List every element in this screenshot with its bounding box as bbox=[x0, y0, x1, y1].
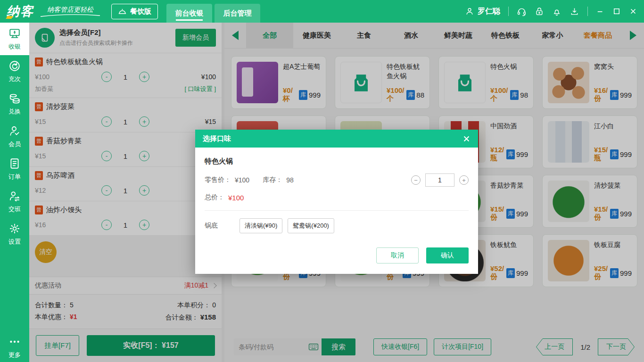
modal-footer: 取消 确认 bbox=[205, 247, 469, 263]
topbar-right: 罗仁聪 bbox=[465, 7, 637, 16]
top-tabs: 前台收银后台管理 bbox=[166, 4, 260, 23]
pot-base-label: 锅底 bbox=[205, 222, 239, 230]
cloche-icon bbox=[118, 8, 127, 15]
notifications-button[interactable] bbox=[552, 7, 561, 16]
modal-total-value: ¥100 bbox=[228, 194, 244, 202]
flavor-options: 清淡锅(¥90)鸳鸯锅(¥200) bbox=[239, 218, 334, 233]
cashier-icon bbox=[8, 27, 21, 41]
modal-product-name: 特色火锅 bbox=[205, 157, 469, 166]
minimize-icon bbox=[596, 7, 604, 16]
sidebar-item-label: 更多 bbox=[8, 351, 21, 359]
exchange-icon bbox=[8, 92, 21, 106]
app-slogan: 纳客管店更轻松 bbox=[40, 6, 101, 17]
order-icon bbox=[8, 157, 21, 171]
slogan-swoosh-icon bbox=[40, 14, 101, 17]
shift-icon bbox=[8, 190, 21, 204]
sidebar-item-label: 充次 bbox=[8, 75, 21, 83]
pos-app: 纳客 纳客管店更轻松 餐饮版 前台收银后台管理 罗仁聪 bbox=[0, 0, 644, 362]
maximize-button[interactable] bbox=[612, 7, 621, 16]
divider bbox=[205, 210, 469, 211]
flavor-modal: 选择口味 特色火锅 零售价：¥100 库存：98 − + 总价： ¥100 bbox=[195, 130, 478, 274]
sidebar-item-label: 交班 bbox=[8, 205, 21, 214]
more-icon bbox=[8, 336, 21, 349]
modal-header: 选择口味 bbox=[195, 130, 478, 148]
maximize-icon bbox=[612, 7, 621, 16]
member-icon bbox=[8, 125, 21, 139]
app-logo: 纳客 bbox=[7, 3, 34, 20]
download-icon bbox=[570, 7, 579, 16]
lock-icon bbox=[535, 7, 544, 16]
decrease-qty-button[interactable]: − bbox=[411, 175, 421, 185]
stock-value: 98 bbox=[286, 176, 294, 184]
sidebar-item-label: 会员 bbox=[8, 140, 21, 148]
download-button[interactable] bbox=[570, 7, 579, 16]
sidebar-item-member[interactable]: 会员 bbox=[0, 120, 29, 153]
stock-label: 库存： bbox=[263, 176, 282, 184]
confirm-button[interactable]: 确认 bbox=[426, 247, 469, 263]
user-account[interactable]: 罗仁聪 bbox=[465, 7, 500, 16]
sidebar-item-label: 订单 bbox=[8, 173, 21, 181]
bell-icon bbox=[552, 7, 561, 16]
user-icon bbox=[465, 7, 474, 16]
recharge-icon bbox=[8, 60, 21, 74]
sidebar-item-label: 兑换 bbox=[8, 107, 21, 116]
sidebar: 收银 充次 兑换 会员 订单 交班 设置 更多 bbox=[0, 23, 29, 362]
divider bbox=[508, 7, 509, 16]
sidebar-item-more[interactable]: 更多 bbox=[0, 333, 29, 362]
top-tab-front-cashier[interactable]: 前台收银 bbox=[166, 4, 212, 23]
flavor-option[interactable]: 清淡锅(¥90) bbox=[239, 218, 282, 233]
flavor-option[interactable]: 鸳鸯锅(¥200) bbox=[288, 218, 334, 233]
support-button[interactable] bbox=[517, 7, 527, 16]
settings-icon bbox=[8, 222, 21, 236]
sidebar-item-cashier[interactable]: 收银 bbox=[0, 23, 29, 55]
lock-button[interactable] bbox=[535, 7, 544, 16]
retail-price-value: ¥100 bbox=[235, 176, 249, 184]
close-icon bbox=[629, 7, 637, 16]
qty-input[interactable] bbox=[425, 173, 454, 187]
sidebar-item-label: 设置 bbox=[8, 238, 21, 246]
sidebar-item-recharge[interactable]: 充次 bbox=[0, 55, 29, 88]
sidebar-item-shift[interactable]: 交班 bbox=[0, 185, 29, 218]
cancel-button[interactable]: 取消 bbox=[376, 247, 419, 263]
headset-icon bbox=[517, 7, 527, 16]
increase-qty-button[interactable]: + bbox=[459, 175, 469, 185]
modal-total-label: 总价： bbox=[205, 193, 224, 202]
topbar: 纳客 纳客管店更轻松 餐饮版 前台收银后台管理 罗仁聪 bbox=[0, 0, 644, 23]
top-tab-backend-manage[interactable]: 后台管理 bbox=[215, 4, 260, 23]
sidebar-item-exchange[interactable]: 兑换 bbox=[0, 88, 29, 120]
modal-body: 特色火锅 零售价：¥100 库存：98 − + 总价： ¥100 锅底 清淡锅(… bbox=[195, 148, 478, 274]
sidebar-item-settings[interactable]: 设置 bbox=[0, 218, 29, 250]
close-window-button[interactable] bbox=[629, 7, 637, 16]
modal-close-button[interactable] bbox=[462, 135, 471, 143]
modal-title: 选择口味 bbox=[203, 134, 231, 143]
quantity-stepper: − + bbox=[411, 173, 469, 187]
retail-price-label: 零售价： bbox=[205, 176, 231, 184]
minimize-button[interactable] bbox=[596, 7, 604, 16]
edition-button[interactable]: 餐饮版 bbox=[111, 4, 158, 19]
divider bbox=[587, 7, 588, 16]
sidebar-item-label: 收银 bbox=[8, 42, 21, 51]
sidebar-item-order[interactable]: 订单 bbox=[0, 153, 29, 185]
close-icon bbox=[462, 135, 471, 143]
